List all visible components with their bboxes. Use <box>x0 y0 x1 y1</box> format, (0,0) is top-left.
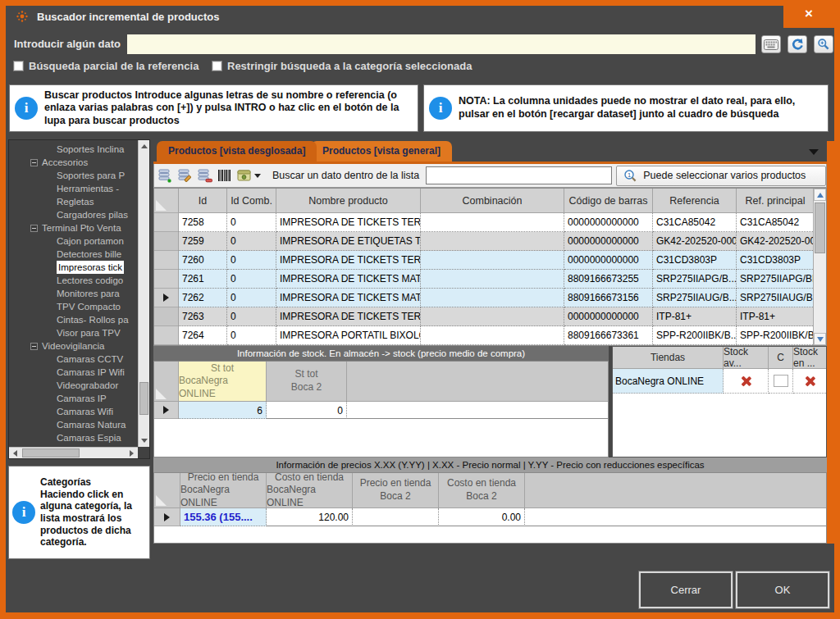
grid-cell[interactable]: 7261 <box>179 270 227 289</box>
grid-cell[interactable]: 7259 <box>179 232 227 251</box>
tree-horizontal-scrollbar[interactable] <box>9 447 138 458</box>
incremental-search-input[interactable] <box>127 34 756 54</box>
table-row[interactable]: 72600IMPRESORA DE TICKETS TERMI...000000… <box>154 251 826 270</box>
precio-shop2-value[interactable] <box>353 508 439 526</box>
tree-item[interactable]: Camaras Natura <box>9 418 138 431</box>
grid-cell[interactable]: 0 <box>227 251 276 270</box>
grid-cell[interactable]: C31CD3803P <box>653 251 737 270</box>
grid-cell[interactable]: 0000000000000 <box>564 251 653 270</box>
grid-cell[interactable]: SRP275IIAPG/BEG <box>737 270 815 289</box>
grid-cell[interactable]: IMPRESORA DE ETIQUETAS TE... <box>276 232 421 251</box>
grid-cell[interactable]: C31CA85042 <box>737 213 815 232</box>
multi-select-button[interactable]: 1 Puede seleccionar varios productos <box>616 166 826 186</box>
delete-record-button[interactable] <box>197 167 213 184</box>
table-row[interactable]: 72580IMPRESORA DE TICKETS TERMI...000000… <box>154 213 826 232</box>
grid-cell[interactable]: IMPRESORA DE TICKETS TERMI... <box>276 251 421 270</box>
grid-cell[interactable] <box>421 270 564 289</box>
tree-item[interactable]: Camaras Wifi <box>9 405 138 418</box>
column-header-referencia[interactable]: Referencia <box>653 189 737 213</box>
column-header-precio-shop1[interactable]: Precio en tienda BocaNegra ONLINE <box>180 473 267 508</box>
tree-item[interactable]: Accesorios <box>9 156 138 169</box>
grid-cell[interactable]: IMPRESORA DE TICKETS MATRI... <box>276 270 421 289</box>
row-header[interactable] <box>154 402 179 419</box>
costo-shop1-value[interactable]: 120.00 <box>267 508 353 526</box>
grid-cell[interactable]: SRP275IIAUG/B... <box>653 289 737 307</box>
column-header-id[interactable]: Id <box>179 189 227 213</box>
grid-cell[interactable]: IMPRESORA PORTATIL BIXOLO... <box>276 326 421 345</box>
column-header-precio-shop2[interactable]: Precio en tienda Boca 2 <box>353 473 439 508</box>
row-header[interactable] <box>154 251 179 270</box>
title-bar[interactable]: Buscador incremental de productos × <box>6 6 834 28</box>
tree-item[interactable]: Cargadores pilas <box>9 208 138 221</box>
select-all-corner[interactable] <box>154 189 179 213</box>
row-header[interactable] <box>154 270 179 289</box>
checkbox-restrict-category[interactable]: Restringir búsqueda a la categoría selec… <box>212 60 472 72</box>
stock-corner[interactable] <box>154 362 179 402</box>
precio-shop1-value[interactable]: 155.36 (155.... <box>180 508 267 526</box>
grid-cell[interactable] <box>421 213 564 232</box>
checkbox-box[interactable] <box>212 61 222 71</box>
column-header-stock-av[interactable]: Stock av... <box>724 347 769 369</box>
grid-cell[interactable]: 7263 <box>179 307 227 326</box>
tree-item[interactable]: Cajon portamon <box>9 234 138 248</box>
row-header[interactable] <box>154 289 179 307</box>
grid-cell[interactable]: 0000000000000 <box>564 213 653 232</box>
tree-item[interactable]: Camaras Espia <box>9 431 138 444</box>
scroll-up-icon[interactable] <box>141 144 148 148</box>
tree-item[interactable]: Terminal Pto Venta <box>9 221 138 234</box>
grid-vertical-scrollbar[interactable] <box>813 189 826 345</box>
column-header-idcomb[interactable]: Id Comb. <box>227 189 276 213</box>
tree-item[interactable]: Herramientas - <box>9 182 138 195</box>
c-cell[interactable] <box>769 369 793 394</box>
table-row[interactable]: 72610IMPRESORA DE TICKETS MATRI...880916… <box>154 270 826 289</box>
tab-vista-general[interactable]: Productos [vista general] <box>311 141 452 162</box>
column-header-combinacion[interactable]: Combinación <box>421 189 564 213</box>
column-header-ref-principal[interactable]: Ref. principal <box>737 189 815 213</box>
stock-en-cell[interactable] <box>793 369 826 394</box>
scroll-left-icon[interactable] <box>13 450 17 457</box>
stock-value-shop2[interactable]: 0 <box>267 402 347 419</box>
costo-shop2-value[interactable]: 0.00 <box>439 508 525 526</box>
grid-cell[interactable]: 0000000000000 <box>564 232 653 251</box>
tree-item[interactable]: Visor para TPV <box>9 326 138 339</box>
grid-cell[interactable]: 8809166673156 <box>564 289 653 307</box>
grid-cell[interactable]: GK42-202520-000 <box>737 232 815 251</box>
precios-corner[interactable] <box>154 473 180 508</box>
tienda-row[interactable]: BocaNegra ONLINE <box>613 369 826 394</box>
grid-cell[interactable]: SRP275IIAPG/B... <box>653 270 737 289</box>
reload-dataset-button[interactable] <box>236 167 253 184</box>
reload-button[interactable] <box>788 35 807 53</box>
row-header[interactable] <box>154 232 179 251</box>
scroll-up-button[interactable] <box>814 189 826 201</box>
table-row[interactable]: 72620IMPRESORA DE TICKETS MATRI...880916… <box>154 289 826 307</box>
stock-available-cell[interactable] <box>724 369 769 394</box>
close-button[interactable]: × <box>783 0 834 28</box>
zoom-search-button[interactable] <box>814 35 833 53</box>
grid-cell[interactable]: ITP-81+ <box>653 307 737 326</box>
tree-item[interactable]: Monitores para <box>9 287 138 300</box>
cerrar-button[interactable]: Cerrar <box>639 571 733 608</box>
tree-item[interactable]: Lectores codigo <box>9 274 138 287</box>
stock-value-shop1[interactable]: 6 <box>179 402 267 419</box>
grid-cell[interactable] <box>421 326 564 345</box>
table-row[interactable]: 72630IMPRESORA DE TICKETS TERMI...000000… <box>154 307 826 326</box>
tab-list-dropdown-icon[interactable] <box>809 149 819 155</box>
tree-item[interactable]: Camaras CCTV <box>9 353 138 366</box>
grid-cell[interactable] <box>421 251 564 270</box>
grid-cell[interactable]: SPP-R200IIBK/B... <box>653 326 737 345</box>
grid-cell[interactable]: ITP-81+ <box>737 307 815 326</box>
tree-item[interactable]: Videovigilancia <box>9 339 138 353</box>
grid-cell[interactable]: 0 <box>227 232 276 251</box>
grid-cell[interactable]: IMPRESORA DE TICKETS MATRI... <box>276 289 421 307</box>
column-header-tiendas[interactable]: Tiendas <box>613 347 724 369</box>
scroll-right-icon[interactable] <box>130 450 134 457</box>
checkbox-partial-reference[interactable]: Búsqueda parcial de la referencia <box>13 60 199 72</box>
scroll-down-icon[interactable] <box>141 439 148 443</box>
precios-row[interactable]: 155.36 (155.... 120.00 0.00 <box>154 508 826 526</box>
checkbox-box[interactable] <box>13 61 24 71</box>
row-header[interactable] <box>154 307 179 326</box>
grid-cell[interactable]: C31CD3803P <box>737 251 815 270</box>
grid-cell[interactable]: 0 <box>227 270 276 289</box>
grid-cell[interactable] <box>421 289 564 307</box>
scrollbar-thumb[interactable] <box>22 448 80 457</box>
